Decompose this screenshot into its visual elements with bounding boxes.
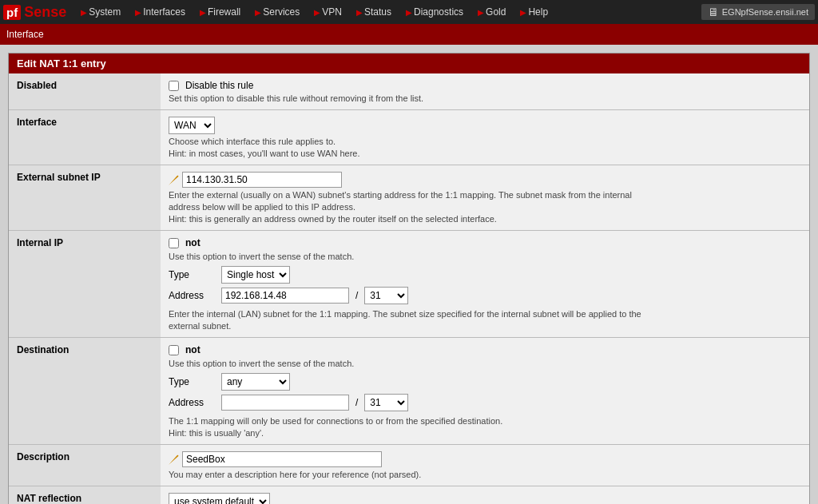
disabled-checkbox-label: Disable this rule — [185, 80, 253, 91]
value-destination: not Use this option to invert the sense … — [161, 338, 809, 445]
label-internal-ip: Internal IP — [9, 231, 161, 338]
internal-not-help: Use this option to invert the sense of t… — [169, 252, 801, 261]
nav-services[interactable]: ▶Services — [248, 3, 306, 21]
internal-type-select[interactable]: Single host Network any — [221, 266, 290, 284]
internal-address-input[interactable] — [221, 288, 349, 304]
value-external-subnet-ip: Enter the external (usually on a WAN) su… — [161, 165, 809, 231]
dest-type-label: Type — [169, 376, 216, 387]
page-title: Edit NAT 1:1 entry — [9, 54, 809, 73]
internal-not-label: not — [185, 237, 201, 248]
breadcrumb-interface[interactable]: Interface — [6, 29, 44, 40]
internal-not-checkbox[interactable] — [169, 238, 179, 248]
nav-interfaces[interactable]: ▶Interfaces — [129, 3, 192, 21]
breadcrumb-bar: Interface — [0, 24, 818, 45]
label-interface: Interface — [9, 110, 161, 165]
external-subnet-ip-input[interactable] — [182, 172, 342, 188]
disabled-checkbox[interactable] — [169, 81, 179, 91]
nav-diagnostics[interactable]: ▶Diagnostics — [399, 3, 470, 21]
description-input[interactable] — [182, 451, 382, 467]
interface-select[interactable]: WAN LAN OPT1 — [169, 117, 215, 134]
row-internal-ip: Internal IP not Use this option to inver… — [9, 231, 809, 338]
row-nat-reflection: NAT reflection use system default enable… — [9, 486, 809, 505]
row-external-subnet-ip: External subnet IP Enter the external (u… — [9, 165, 809, 231]
row-interface: Interface WAN LAN OPT1 Choose which inte… — [9, 110, 809, 165]
main-content: Edit NAT 1:1 entry Disabled Disable this… — [0, 45, 818, 504]
nav-firewall[interactable]: ▶Firewall — [193, 3, 247, 21]
label-disabled: Disabled — [9, 73, 161, 110]
label-nat-reflection: NAT reflection — [9, 486, 161, 505]
content-box: Edit NAT 1:1 entry Disabled Disable this… — [8, 53, 810, 504]
value-interface: WAN LAN OPT1 Choose which interface this… — [161, 110, 809, 165]
value-internal-ip: not Use this option to invert the sense … — [161, 231, 809, 338]
dest-cidr-select[interactable]: 24252627 2829303132 — [364, 394, 408, 411]
dest-not-help: Use this option to invert the sense of t… — [169, 359, 801, 368]
dest-address-label: Address — [169, 397, 216, 408]
internal-help1: Enter the internal (LAN) subnet for the … — [169, 309, 801, 319]
dest-slash: / — [355, 397, 358, 408]
external-ip-help2: address below will be applied to this IP… — [169, 202, 801, 212]
top-navbar: pf Sense ▶System ▶Interfaces ▶Firewall ▶… — [0, 0, 818, 24]
logo-area: pf Sense — [3, 4, 66, 21]
external-ip-icon — [169, 174, 180, 185]
hostname-display: 🖥 EGNpfSense.ensii.net — [701, 4, 815, 20]
nav-gold[interactable]: ▶Gold — [471, 3, 512, 21]
internal-help2: external subnet. — [169, 321, 801, 331]
nav-help[interactable]: ▶Help — [514, 3, 554, 21]
dest-help1: The 1:1 mapping will only be used for co… — [169, 416, 801, 426]
interface-help2: Hint: in most cases, you'll want to use … — [169, 149, 801, 158]
dest-help2: Hint: this is usually 'any'. — [169, 428, 801, 438]
nat-reflection-select[interactable]: use system default enable disable — [169, 493, 270, 504]
disabled-help: Set this option to disable this rule wit… — [169, 93, 801, 103]
internal-type-label: Type — [169, 269, 216, 280]
pf-logo: pf — [3, 5, 21, 20]
dest-not-label: not — [185, 344, 201, 355]
row-destination: Destination not Use this option to inver… — [9, 338, 809, 445]
nav-menu: ▶System ▶Interfaces ▶Firewall ▶Services … — [74, 3, 701, 21]
dest-not-checkbox[interactable] — [169, 345, 179, 355]
label-description: Description — [9, 445, 161, 486]
external-ip-help3: Hint: this is generally an address owned… — [169, 214, 801, 224]
dest-type-select[interactable]: any Single host Network — [221, 373, 290, 391]
label-external-subnet-ip: External subnet IP — [9, 165, 161, 231]
row-description: Description You may enter a description … — [9, 445, 809, 486]
value-nat-reflection: use system default enable disable — [161, 486, 809, 505]
nav-status[interactable]: ▶Status — [350, 3, 398, 21]
external-ip-help1: Enter the external (usually on a WAN) su… — [169, 190, 801, 200]
nat-form-table: Disabled Disable this rule Set this opti… — [9, 73, 809, 504]
label-destination: Destination — [9, 338, 161, 445]
hostname-text: EGNpfSense.ensii.net — [722, 7, 808, 17]
description-help: You may enter a description here for you… — [169, 470, 801, 479]
internal-cidr-select[interactable]: 24252627 2829303132 — [364, 287, 408, 304]
sense-logo-text: Sense — [24, 4, 66, 21]
row-disabled: Disabled Disable this rule Set this opti… — [9, 73, 809, 110]
nav-system[interactable]: ▶System — [74, 3, 127, 21]
description-icon — [169, 454, 180, 465]
internal-slash: / — [355, 290, 358, 301]
nav-vpn[interactable]: ▶VPN — [308, 3, 348, 21]
value-description: You may enter a description here for you… — [161, 445, 809, 486]
internal-address-label: Address — [169, 290, 216, 301]
interface-help1: Choose which interface this rule applies… — [169, 137, 801, 146]
dest-address-input[interactable] — [221, 395, 349, 411]
value-disabled: Disable this rule Set this option to dis… — [161, 73, 809, 110]
